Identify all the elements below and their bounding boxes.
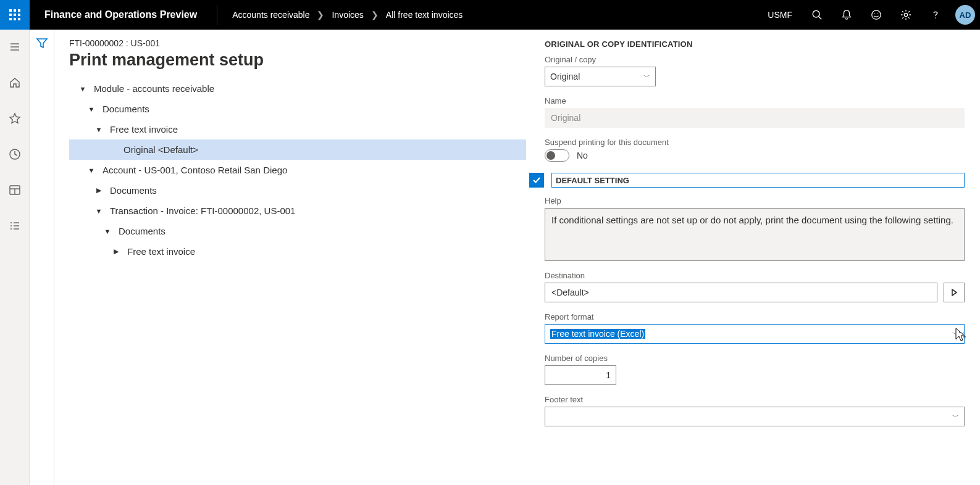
svg-point-9 bbox=[813, 10, 819, 17]
search-icon bbox=[811, 9, 823, 20]
cursor-icon bbox=[953, 327, 967, 344]
left-rail bbox=[0, 30, 30, 485]
list-icon bbox=[9, 220, 21, 232]
nav-expand-button[interactable] bbox=[0, 35, 30, 59]
tree-node-documents[interactable]: ▼ Documents bbox=[69, 99, 526, 119]
bell-icon bbox=[841, 9, 852, 20]
destination-value: <Default> bbox=[551, 288, 589, 297]
default-setting-header[interactable]: DEFAULT SETTING bbox=[551, 173, 965, 188]
svg-point-27 bbox=[10, 228, 12, 230]
tree-label: Documents bbox=[96, 104, 149, 114]
report-format-select[interactable]: Free text invoice (Excel) ﹀ bbox=[545, 324, 965, 344]
product-title: Finance and Operations Preview bbox=[30, 9, 212, 20]
breadcrumb: Accounts receivable ❯ Invoices ❯ All fre… bbox=[222, 10, 463, 20]
home-icon bbox=[9, 77, 21, 89]
nav-recent-button[interactable] bbox=[0, 142, 30, 167]
gear-icon bbox=[900, 9, 911, 20]
destination-input[interactable]: <Default> bbox=[545, 283, 937, 302]
main-content: FTI-00000002 : US-001 Print management s… bbox=[54, 30, 980, 485]
waffle-icon bbox=[9, 9, 21, 21]
name-value: Original bbox=[551, 113, 580, 123]
tree-node-account[interactable]: ▼ Account - US-001, Contoso Retail San D… bbox=[69, 160, 526, 180]
svg-point-25 bbox=[10, 225, 12, 226]
suspend-value: No bbox=[577, 151, 588, 160]
tree-label: Documents bbox=[104, 185, 157, 196]
svg-rect-1 bbox=[14, 9, 16, 12]
nav-modules-button[interactable] bbox=[0, 213, 30, 238]
caret-right-icon: ▶ bbox=[111, 247, 121, 255]
tree-label: Original <Default> bbox=[117, 144, 198, 155]
company-indicator[interactable]: USMF bbox=[758, 10, 802, 20]
caret-down-icon: ▼ bbox=[86, 167, 96, 174]
user-avatar[interactable]: AD bbox=[955, 5, 975, 25]
tree-node-transaction[interactable]: ▼ Transaction - Invoice: FTI-00000002, U… bbox=[69, 201, 526, 221]
destination-label: Destination bbox=[545, 271, 965, 280]
name-input[interactable]: Original bbox=[545, 108, 965, 128]
app-launcher-button[interactable] bbox=[0, 0, 30, 30]
svg-point-12 bbox=[874, 13, 875, 14]
original-copy-label: Original / copy bbox=[545, 55, 965, 64]
chevron-right-icon: ❯ bbox=[317, 10, 324, 20]
chevron-down-icon: ﹀ bbox=[952, 412, 959, 421]
play-icon bbox=[950, 289, 958, 296]
svg-rect-7 bbox=[14, 18, 16, 20]
copies-value: 1 bbox=[606, 370, 611, 380]
svg-point-15 bbox=[935, 17, 936, 19]
tree-node-module[interactable]: ▼ Module - accounts receivable bbox=[69, 78, 526, 99]
caret-down-icon: ▼ bbox=[86, 106, 96, 113]
workspace-icon bbox=[9, 184, 21, 196]
tree-label: Account - US-001, Contoso Retail San Die… bbox=[96, 165, 287, 175]
nav-workspaces-button[interactable] bbox=[0, 178, 30, 202]
check-icon bbox=[532, 175, 542, 185]
nav-home-button[interactable] bbox=[0, 70, 30, 95]
breadcrumb-item[interactable]: All free text invoices bbox=[386, 10, 463, 20]
record-identifier: FTI-00000002 : US-001 bbox=[69, 38, 526, 48]
report-format-value: Free text invoice (Excel) bbox=[550, 329, 645, 339]
smile-icon bbox=[871, 9, 882, 20]
chevron-right-icon: ❯ bbox=[371, 10, 379, 20]
original-copy-select[interactable]: Original ﹀ bbox=[545, 67, 656, 86]
search-button[interactable] bbox=[802, 0, 832, 30]
help-textarea[interactable]: If conditional settings are not set up o… bbox=[545, 208, 965, 261]
svg-point-14 bbox=[904, 13, 907, 16]
breadcrumb-item[interactable]: Accounts receivable bbox=[232, 10, 309, 20]
suspend-label: Suspend printing for this document bbox=[545, 138, 965, 147]
footer-select[interactable]: ﹀ bbox=[545, 407, 965, 426]
notifications-button[interactable] bbox=[832, 0, 861, 30]
breadcrumb-item[interactable]: Invoices bbox=[332, 10, 363, 20]
divider bbox=[217, 5, 217, 25]
clock-icon bbox=[9, 148, 21, 160]
svg-rect-8 bbox=[18, 18, 20, 20]
destination-go-button[interactable] bbox=[944, 283, 965, 302]
nav-favorites-button[interactable] bbox=[0, 106, 30, 131]
top-bar: Finance and Operations Preview Accounts … bbox=[0, 0, 980, 30]
filter-icon bbox=[36, 37, 48, 49]
svg-line-10 bbox=[819, 17, 822, 20]
copies-label: Number of copies bbox=[545, 354, 965, 363]
tree-node-free-text-invoice-2[interactable]: ▶ Free text invoice bbox=[69, 241, 526, 262]
default-setting-checkbox[interactable] bbox=[529, 173, 544, 188]
default-setting-label: DEFAULT SETTING bbox=[556, 176, 629, 185]
report-format-label: Report format bbox=[545, 312, 965, 321]
star-icon bbox=[9, 112, 21, 125]
caret-down-icon: ▼ bbox=[103, 228, 112, 235]
tree-label: Module - accounts receivable bbox=[88, 83, 214, 94]
svg-point-13 bbox=[877, 13, 878, 14]
tree-node-free-text-invoice[interactable]: ▼ Free text invoice bbox=[69, 119, 526, 139]
copies-input[interactable]: 1 bbox=[545, 365, 616, 385]
tree-node-documents-3[interactable]: ▼ Documents bbox=[69, 221, 526, 241]
tree-node-original-default[interactable]: Original <Default> bbox=[69, 139, 526, 160]
hamburger-icon bbox=[9, 41, 21, 53]
suspend-toggle[interactable] bbox=[545, 149, 569, 162]
footer-label: Footer text bbox=[545, 395, 965, 404]
caret-down-icon: ▼ bbox=[78, 85, 88, 93]
tree-node-documents-2[interactable]: ▶ Documents bbox=[69, 180, 526, 201]
help-button[interactable] bbox=[921, 0, 950, 30]
filter-button[interactable] bbox=[36, 37, 48, 51]
tree-label: Free text invoice bbox=[121, 246, 195, 257]
help-label: Help bbox=[545, 196, 965, 205]
feedback-button[interactable] bbox=[861, 0, 891, 30]
caret-right-icon: ▶ bbox=[94, 186, 104, 194]
svg-rect-0 bbox=[9, 9, 12, 12]
settings-button[interactable] bbox=[891, 0, 921, 30]
